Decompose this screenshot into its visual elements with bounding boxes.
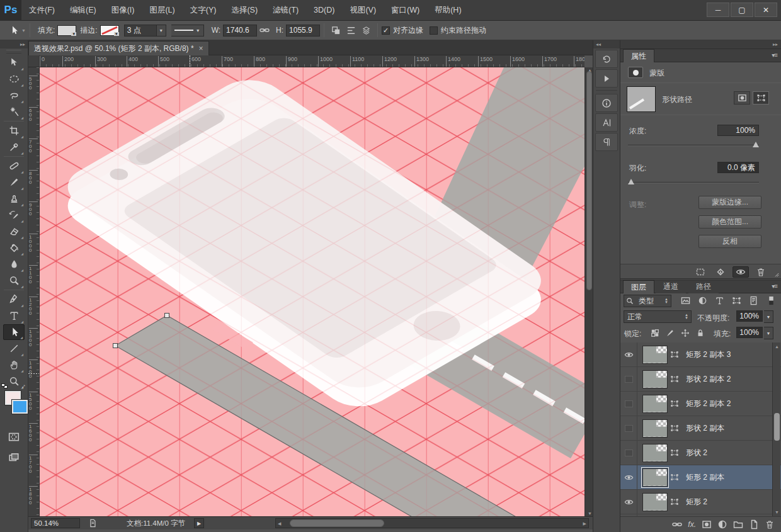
lock-pixels-icon[interactable] bbox=[663, 327, 677, 339]
mask-edge-button[interactable]: 蒙版边缘... bbox=[698, 196, 761, 209]
layer-row[interactable]: 矩形 2 副本 2 bbox=[620, 392, 781, 416]
layer-thumbnail[interactable] bbox=[642, 493, 668, 511]
close-button[interactable]: ✕ bbox=[755, 3, 777, 17]
marquee-tool[interactable]: ◢ bbox=[3, 71, 25, 87]
layer-name[interactable]: 矩形 2 副本 3 bbox=[686, 349, 731, 360]
layer-style-icon[interactable]: fx. bbox=[688, 520, 696, 529]
density-slider[interactable] bbox=[628, 145, 759, 146]
opacity-dropdown-icon[interactable]: ▼ bbox=[764, 310, 773, 323]
vertical-scroll-thumb[interactable] bbox=[586, 71, 592, 290]
stroke-width-dropdown[interactable]: ▼ bbox=[157, 25, 166, 37]
density-value[interactable]: 100% bbox=[717, 125, 759, 136]
layer-row[interactable]: 矩形 2 bbox=[620, 490, 781, 514]
layer-name[interactable]: 形状 2 副本 bbox=[686, 423, 724, 434]
zoom-level-input[interactable]: 50.14% bbox=[31, 518, 80, 528]
blend-mode-dropdown[interactable]: 正常 ▲▼ bbox=[624, 310, 692, 323]
scroll-down-icon[interactable]: ▼ bbox=[588, 511, 592, 516]
new-group-icon[interactable] bbox=[733, 519, 743, 529]
path-anchor[interactable] bbox=[165, 314, 169, 318]
dock-collapse-icon[interactable]: ◂◂ bbox=[593, 40, 620, 48]
path-operations-button[interactable] bbox=[328, 23, 343, 37]
fill-swatch[interactable]: ▼ bbox=[57, 25, 76, 36]
layer-row[interactable]: 形状 2 副本 2 bbox=[620, 367, 781, 392]
crop-tool[interactable]: ◢ bbox=[3, 123, 25, 139]
layers-scroll-down-icon[interactable]: ▼ bbox=[775, 510, 779, 514]
layer-visibility-empty[interactable] bbox=[620, 367, 637, 392]
panel-group-collapse-icon[interactable]: ▸▸ bbox=[620, 40, 781, 49]
line-tool[interactable]: ◢ bbox=[3, 341, 25, 356]
canvas-area[interactable] bbox=[40, 67, 584, 516]
toolbox-collapse-icon[interactable]: ▸▸ bbox=[0, 40, 28, 48]
default-colors-icon[interactable] bbox=[1, 383, 9, 390]
tab-close-icon[interactable]: × bbox=[199, 44, 203, 53]
menu-item-9[interactable]: 窗口(W) bbox=[384, 0, 427, 21]
current-tool-icon[interactable] bbox=[6, 23, 21, 37]
filter-pixel-layers-icon[interactable] bbox=[678, 295, 692, 306]
menu-item-4[interactable]: 文字(Y) bbox=[183, 0, 224, 21]
type-tool[interactable]: ◢ bbox=[3, 308, 25, 324]
feather-slider-knob[interactable] bbox=[628, 179, 634, 184]
shape-height-input[interactable]: 1055.9 bbox=[286, 25, 320, 37]
feather-value[interactable]: 0.0 像素 bbox=[717, 162, 759, 173]
invert-button[interactable]: 反相 bbox=[698, 235, 761, 248]
delete-mask-icon[interactable] bbox=[753, 266, 769, 278]
path-alignment-button[interactable] bbox=[343, 23, 358, 37]
fill-opacity-value[interactable]: 100% bbox=[736, 327, 763, 338]
lasso-tool[interactable]: ◢ bbox=[3, 88, 25, 103]
apply-mask-icon[interactable] bbox=[712, 266, 729, 278]
canvas-artboard[interactable] bbox=[40, 67, 584, 516]
tab-layers[interactable]: 图层 bbox=[623, 280, 654, 293]
layers-scroll-thumb[interactable] bbox=[774, 413, 780, 441]
ruler-origin-corner[interactable] bbox=[28, 55, 40, 67]
color-range-button[interactable]: 颜色范围... bbox=[698, 215, 761, 229]
filter-toggle-icon[interactable] bbox=[764, 295, 778, 306]
stroke-width-input[interactable]: 3 点 bbox=[124, 25, 157, 37]
filter-smart-objects-icon[interactable] bbox=[746, 295, 760, 306]
scroll-right-icon[interactable]: ▶ bbox=[583, 521, 586, 526]
menu-item-3[interactable]: 图层(L) bbox=[142, 0, 182, 21]
menu-item-6[interactable]: 滤镜(T) bbox=[265, 0, 306, 21]
lock-transparency-icon[interactable] bbox=[648, 327, 662, 339]
layer-name[interactable]: 形状 2 bbox=[686, 448, 707, 458]
menu-item-7[interactable]: 3D(D) bbox=[306, 0, 342, 21]
tab-channels[interactable]: 通道 bbox=[656, 280, 686, 293]
move-tool[interactable]: ◢ bbox=[3, 55, 25, 71]
pen-tool[interactable]: ◢ bbox=[3, 291, 25, 307]
quick-mask-button[interactable] bbox=[3, 429, 25, 444]
mask-thumbnail[interactable] bbox=[627, 86, 656, 112]
new-adjustment-layer-icon[interactable] bbox=[717, 519, 727, 529]
constrain-path-checkbox[interactable] bbox=[430, 26, 438, 35]
character-panel-icon[interactable] bbox=[595, 113, 618, 132]
path-select-tool[interactable]: ◢ bbox=[3, 324, 25, 340]
path-arrangement-button[interactable] bbox=[358, 23, 373, 37]
layers-scrollbar[interactable]: ▲ ▼ bbox=[772, 342, 780, 516]
layer-thumbnail[interactable] bbox=[642, 395, 668, 413]
status-popup-button[interactable]: ▶ bbox=[194, 518, 204, 528]
magic-wand-tool[interactable]: ◢ bbox=[3, 104, 25, 120]
history-panel-icon[interactable] bbox=[595, 50, 618, 68]
layer-name[interactable]: 矩形 2 bbox=[686, 497, 707, 507]
panel-resize-grip[interactable] bbox=[771, 269, 780, 278]
feather-slider[interactable] bbox=[628, 182, 759, 183]
filter-type-layers-icon[interactable] bbox=[712, 295, 726, 306]
add-layer-mask-icon[interactable] bbox=[702, 519, 712, 529]
paint-bucket-tool[interactable]: ◢ bbox=[3, 240, 25, 256]
layer-row[interactable]: 形状 2 副本 bbox=[620, 416, 781, 441]
blur-tool[interactable]: ◢ bbox=[3, 256, 25, 272]
brush-tool[interactable]: ◢ bbox=[3, 174, 25, 190]
link-dimensions-icon[interactable] bbox=[257, 23, 272, 37]
eyedropper-tool[interactable]: ◢ bbox=[3, 139, 25, 155]
mask-visibility-eye-icon[interactable] bbox=[733, 266, 749, 278]
layer-visibility-eye-icon[interactable] bbox=[620, 465, 637, 490]
layer-thumbnail[interactable] bbox=[642, 346, 668, 364]
load-selection-icon[interactable] bbox=[692, 266, 709, 278]
layer-row[interactable]: 矩形 2 副本 bbox=[620, 465, 781, 490]
menu-item-10[interactable]: 帮助(H) bbox=[427, 0, 469, 21]
stroke-type-dropdown[interactable]: ▼ bbox=[171, 25, 204, 37]
add-vector-mask-button[interactable] bbox=[753, 91, 769, 105]
stroke-swatch[interactable]: ▼ bbox=[100, 25, 119, 36]
new-layer-icon[interactable] bbox=[749, 519, 759, 529]
layer-visibility-empty[interactable] bbox=[620, 416, 637, 441]
horizontal-scroll-thumb[interactable] bbox=[290, 519, 384, 527]
lock-all-icon[interactable] bbox=[693, 327, 707, 339]
